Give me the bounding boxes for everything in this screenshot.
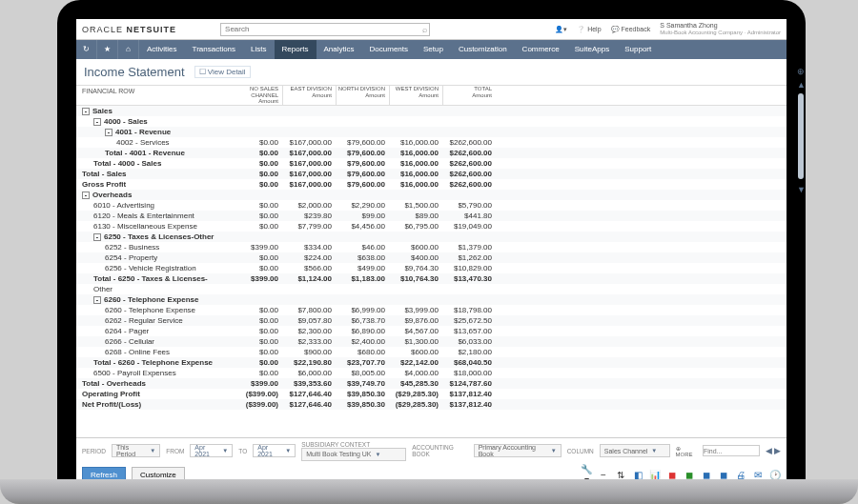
feedback-link[interactable]: 💬 Feedback	[611, 26, 651, 33]
export-doc-icon[interactable]: ◼	[718, 470, 729, 480]
table-row[interactable]: Total - 6260 - Telephone Expense$0.00$22…	[76, 357, 786, 368]
nav-setup[interactable]: Setup	[416, 40, 451, 59]
table-row[interactable]: Total - 4001 - Revenue$0.00$167,000.00$7…	[76, 148, 786, 158]
cell: $19,049.00	[442, 222, 496, 231]
table-row[interactable]: -4000 - Sales	[76, 116, 786, 127]
table-row[interactable]: 6130 - Miscellaneous Expense$0.00$7,799.…	[76, 221, 786, 232]
table-row[interactable]: 6260 - Telephone Expense$0.00$7,800.00$6…	[76, 305, 786, 315]
table-row[interactable]: Gross Profit$0.00$167,000.00$79,600.00$1…	[76, 179, 786, 190]
table-row[interactable]: 6010 - Advertising$0.00$2,000.00$2,290.0…	[76, 200, 786, 211]
print-icon[interactable]: 🖨	[735, 470, 746, 480]
table-row[interactable]: Other	[76, 284, 786, 294]
user-menu[interactable]: S Samantha Zhong Multi-Book Accounting C…	[660, 22, 781, 35]
email-icon[interactable]: ✉	[752, 470, 764, 480]
table-row[interactable]: -Sales	[76, 106, 786, 116]
table-row[interactable]: -6260 - Telephone Expense	[76, 294, 786, 305]
table-row[interactable]: Total - Overheads$399.00$39,353.60$39,74…	[76, 378, 786, 389]
nav-transactions[interactable]: Transactions	[185, 40, 244, 59]
row-label: 6260 - Telephone Expense	[76, 306, 229, 314]
tree-toggle-icon[interactable]: -	[82, 108, 90, 115]
export-csv-icon[interactable]: ◼	[701, 470, 712, 480]
nav-documents[interactable]: Documents	[362, 40, 416, 59]
page-prev-icon[interactable]: ◀	[766, 446, 772, 455]
export-xls-icon[interactable]: ◼	[684, 470, 695, 480]
help-link[interactable]: ❔ Help	[577, 26, 601, 33]
find-input[interactable]	[703, 445, 760, 456]
table-row[interactable]: -6250 - Taxes & Licenses-Other	[76, 232, 786, 242]
search-icon[interactable]: ⌕	[422, 25, 427, 34]
table-row[interactable]: -Overheads	[76, 190, 786, 200]
export-pdf-icon[interactable]: ◼	[666, 470, 678, 480]
nav-reports[interactable]: Reports	[275, 40, 317, 59]
table-row[interactable]: Operating Profit($399.00)$127,646.40$39,…	[76, 389, 786, 399]
chart-icon[interactable]: ◧	[632, 470, 644, 480]
cell: $4,000.00	[389, 369, 442, 377]
application-screen: ORACLE NETSUITE ⌕ 👤▾ ❔ Help 💬 Feedback S…	[76, 19, 786, 486]
row-cells: $0.00$7,800.00$6,999.00$3,999.00$18,798.…	[229, 306, 496, 314]
tree-toggle-icon[interactable]: -	[82, 192, 90, 199]
nav-home-icon[interactable]: ⌂	[118, 40, 139, 59]
to-select[interactable]: Apr 2021▼	[253, 444, 296, 457]
table-row[interactable]: 6252 - Business$399.00$334.00$46.00$600.…	[76, 242, 786, 252]
table-row[interactable]: Net Profit/(Loss)($399.00)$127,646.40$39…	[76, 399, 786, 410]
graph-icon[interactable]: 📊	[649, 470, 661, 480]
table-row[interactable]: Total - 6250 - Taxes & Licenses-$399.00$…	[76, 273, 786, 284]
column-select[interactable]: Sales Channel▼	[600, 444, 670, 457]
filter-icon[interactable]: ⇅	[615, 470, 626, 480]
row-label: Operating Profit	[76, 390, 229, 398]
table-row[interactable]: 6256 - Vehicle Registration$0.00$566.00$…	[76, 263, 786, 273]
row-label: 4002 - Services	[76, 138, 229, 147]
table-row[interactable]: 6254 - Property$0.00$224.00$638.00$400.0…	[76, 252, 786, 263]
cell: $167,000.00	[282, 159, 336, 168]
cell: $79,600.00	[336, 138, 389, 147]
table-row[interactable]: 6120 - Meals & Entertainment$0.00$239.80…	[76, 211, 786, 221]
row-cells: $0.00$7,799.00$4,456.00$6,795.00$19,049.…	[229, 222, 496, 231]
nav-customization[interactable]: Customization	[451, 40, 515, 59]
report-grid[interactable]: -Sales-4000 - Sales-4001 - Revenue4002 -…	[76, 106, 786, 437]
table-row[interactable]: 6266 - Cellular$0.00$2,333.00$2,400.00$1…	[76, 336, 786, 347]
table-row[interactable]: Total - 4000 - Sales$0.00$167,000.00$79,…	[76, 158, 786, 169]
cell: $2,290.00	[336, 201, 389, 210]
table-row[interactable]: Total - Sales$0.00$167,000.00$79,600.00$…	[76, 169, 786, 179]
search-input[interactable]	[220, 23, 430, 36]
nav-shortcut-icon[interactable]: ★	[97, 40, 118, 59]
period-select[interactable]: This Period▼	[112, 444, 160, 457]
subsidiary-label: SUBSIDIARY CONTEXT	[301, 441, 406, 448]
subsidiary-select[interactable]: Multi Book Testing UK▼	[301, 448, 406, 461]
table-row[interactable]: -4001 - Revenue	[76, 127, 786, 137]
schedule-icon[interactable]: 🕑	[769, 470, 781, 480]
table-row[interactable]: 4002 - Services$0.00$167,000.00$79,600.0…	[76, 137, 786, 148]
table-row[interactable]: 6264 - Pager$0.00$2,300.00$6,890.00$4,56…	[76, 326, 786, 336]
view-detail-link[interactable]: ☐ View Detail	[194, 66, 251, 78]
cell: $441.80	[442, 212, 496, 220]
page-next-icon[interactable]: ▶	[774, 446, 781, 455]
row-label: 6010 - Advertising	[76, 201, 229, 210]
tree-toggle-icon[interactable]: -	[105, 129, 112, 136]
nav-support[interactable]: Support	[617, 40, 659, 59]
table-row[interactable]: 6268 - Online Fees$0.00$900.00$680.00$60…	[76, 347, 786, 357]
accounting-book-select[interactable]: Primary Accounting Book▼	[474, 444, 562, 457]
zoom-out-icon[interactable]: −	[598, 470, 609, 480]
nav-activities[interactable]: Activities	[139, 40, 185, 59]
nav-commerce[interactable]: Commerce	[515, 40, 567, 59]
topbar-right: 👤▾ ❔ Help 💬 Feedback S Samantha Zhong Mu…	[555, 22, 781, 35]
cell: $600.00	[389, 243, 442, 252]
column-header-cell: EAST DIVISIONAmount	[282, 86, 336, 105]
row-label: 6262 - Regular Service	[76, 316, 229, 325]
tree-toggle-icon[interactable]: -	[93, 233, 101, 241]
from-select[interactable]: Apr 2021▼	[190, 444, 233, 457]
tree-toggle-icon[interactable]: -	[93, 296, 101, 304]
tree-toggle-icon[interactable]: -	[93, 118, 101, 126]
nav-analytics[interactable]: Analytics	[317, 40, 362, 59]
role-switch-icon[interactable]: 👤▾	[555, 26, 567, 33]
cell: $10,764.30	[389, 274, 442, 283]
nav-lists[interactable]: Lists	[243, 40, 274, 59]
nav-suiteapps[interactable]: SuiteApps	[567, 40, 617, 59]
row-cells: $0.00$9,057.80$6,738.70$9,876.00$25,672.…	[229, 316, 496, 325]
row-label: -6250 - Taxes & Licenses-Other	[76, 232, 229, 241]
table-row[interactable]: 6262 - Regular Service$0.00$9,057.80$6,7…	[76, 315, 786, 326]
nav-recent-icon[interactable]: ↻	[76, 40, 97, 59]
more-toggle[interactable]: ⊕ MORE	[676, 445, 697, 457]
table-row[interactable]: 6500 - Payroll Expenses$0.00$6,000.00$8,…	[76, 368, 786, 378]
cell: $399.00	[229, 274, 282, 283]
